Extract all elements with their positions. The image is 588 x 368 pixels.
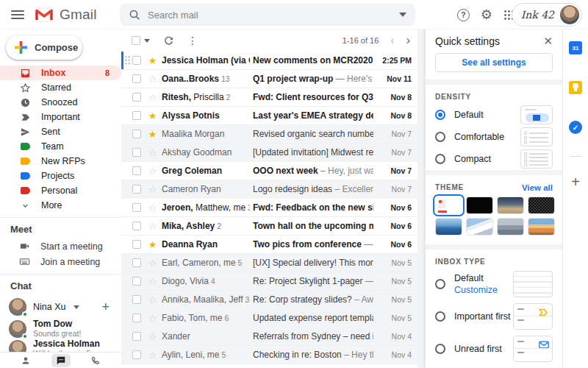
- row-checkbox[interactable]: [132, 277, 141, 286]
- sidebar-item-new-rfps[interactable]: New RFPs: [0, 154, 121, 169]
- close-icon[interactable]: ✕: [543, 35, 553, 46]
- row-star-icon[interactable]: ★: [146, 130, 159, 139]
- row-checkbox[interactable]: [132, 166, 141, 175]
- theme-thumbnail-mountain[interactable]: [466, 218, 493, 236]
- row-star-icon[interactable]: ☆: [146, 166, 159, 176]
- row-checkbox[interactable]: [132, 93, 141, 102]
- row-checkbox[interactable]: [132, 240, 141, 249]
- more-options-icon[interactable]: ⋮: [187, 35, 198, 46]
- row-star-icon[interactable]: ★: [146, 56, 159, 66]
- customize-link[interactable]: Customize: [454, 285, 498, 295]
- inbox-type-option-default[interactable]: DefaultCustomize: [426, 269, 562, 300]
- row-star-icon[interactable]: ☆: [146, 314, 159, 323]
- sidebar-item-snoozed[interactable]: Snoozed: [0, 95, 121, 110]
- get-addons-icon[interactable]: +: [571, 174, 580, 189]
- chevron-down-icon[interactable]: [74, 305, 79, 309]
- sidebar-item-personal[interactable]: Personal: [0, 183, 121, 198]
- email-row[interactable]: ☆Fabio, Tom, me 6Updated expense report …: [121, 309, 417, 328]
- row-checkbox[interactable]: [132, 314, 141, 322]
- row-star-icon[interactable]: ☆: [146, 350, 159, 360]
- keep-icon[interactable]: [569, 81, 582, 94]
- row-star-icon[interactable]: ☆: [146, 222, 159, 231]
- theme-thumbnail-storm-beach[interactable]: [497, 197, 524, 214]
- sidebar-item-more[interactable]: More: [0, 198, 121, 213]
- account-pill[interactable]: Ink 42: [512, 3, 582, 26]
- row-checkbox[interactable]: [132, 148, 141, 157]
- search-bar[interactable]: [120, 4, 415, 26]
- email-row[interactable]: ☆Diogo, Vivia 4Re: Project Skylight 1-pa…: [121, 272, 417, 291]
- meet-item-join-a-meeting[interactable]: Join a meeting: [0, 254, 121, 269]
- email-row[interactable]: ☆Jeroen, Matthew, me 3Fwd: Feedback on t…: [121, 199, 417, 217]
- theme-thumbnail-dark-texture[interactable]: [528, 197, 555, 214]
- row-checkbox[interactable]: [132, 56, 141, 65]
- radio-button[interactable]: [435, 154, 445, 164]
- theme-thumbnail-ocean[interactable]: [435, 218, 462, 236]
- density-option-compact[interactable]: Compact: [426, 148, 562, 170]
- email-row[interactable]: ★Alyssa PotnisLast year's EMEA strategy …: [121, 107, 417, 125]
- row-checkbox[interactable]: [132, 350, 141, 359]
- chat-contact-tom-dow[interactable]: Tom DowSounds great!: [0, 319, 121, 339]
- row-checkbox[interactable]: [132, 332, 141, 341]
- row-checkbox[interactable]: [132, 111, 141, 120]
- row-star-icon[interactable]: ☆: [146, 93, 159, 102]
- inbox-type-option-unread-first[interactable]: Unread first: [426, 333, 562, 364]
- refresh-icon[interactable]: [163, 35, 174, 46]
- compose-button[interactable]: Compose: [6, 35, 82, 60]
- row-star-icon[interactable]: ☆: [146, 203, 159, 213]
- row-star-icon[interactable]: ☆: [146, 185, 159, 194]
- older-page-icon[interactable]: ›: [406, 35, 410, 46]
- sidebar-item-projects[interactable]: Projects: [0, 169, 121, 183]
- select-options-icon[interactable]: [144, 39, 150, 43]
- email-row[interactable]: ★Deanna RyanTwo pics from conference — L…: [121, 236, 417, 254]
- email-row[interactable]: ☆Greg ColemanOOO next week – Hey, just w…: [121, 162, 417, 180]
- radio-button[interactable]: [435, 311, 445, 322]
- row-star-icon[interactable]: ☆: [146, 74, 159, 84]
- theme-thumbnail-light-default[interactable]: [435, 197, 462, 214]
- row-checkbox[interactable]: [132, 295, 141, 304]
- row-star-icon[interactable]: ★: [146, 240, 159, 250]
- theme-thumbnail-misty-hills[interactable]: [497, 218, 524, 236]
- theme-thumbnail-dark[interactable]: [466, 197, 493, 214]
- row-checkbox[interactable]: [132, 222, 141, 230]
- contacts-icon[interactable]: [16, 354, 35, 367]
- sidebar-item-important[interactable]: Important: [0, 110, 121, 124]
- search-options-icon[interactable]: [399, 13, 406, 17]
- radio-button[interactable]: [435, 132, 445, 142]
- chat-icon[interactable]: [51, 354, 71, 367]
- help-icon[interactable]: ?: [457, 9, 470, 21]
- sidebar-item-inbox[interactable]: Inbox8: [0, 66, 121, 80]
- phone-icon[interactable]: [87, 354, 106, 367]
- sidebar-item-starred[interactable]: Starred: [0, 80, 121, 95]
- email-row[interactable]: ☆Aylin, Leni, me 5Checking in re: Boston…: [121, 346, 417, 364]
- email-row[interactable]: ☆Akshay Goodman[Updated invitation] Midw…: [121, 144, 417, 162]
- row-star-icon[interactable]: ☆: [146, 332, 159, 342]
- settings-gear-icon[interactable]: ⚙: [481, 8, 492, 21]
- email-row[interactable]: ★Maalika MorganRevised organic search nu…: [121, 125, 417, 144]
- select-all-checkbox[interactable]: [132, 36, 140, 45]
- search-input[interactable]: [148, 10, 392, 21]
- email-row[interactable]: ☆Ritesh, Priscilla 2Fwd: Client resource…: [121, 88, 417, 107]
- sidebar-item-team[interactable]: Team: [0, 139, 121, 154]
- row-star-icon[interactable]: ★: [146, 111, 159, 121]
- email-row[interactable]: ★Jessica Holman (via Goog...New comments…: [121, 52, 417, 70]
- see-all-settings-button[interactable]: See all settings: [435, 53, 553, 72]
- scrollbar-track[interactable]: [417, 29, 425, 368]
- tasks-icon[interactable]: ✓: [569, 121, 582, 134]
- email-row[interactable]: ☆Oana..Brooks 13Q1 project wrap-up — Her…: [121, 70, 417, 88]
- density-option-comfortable[interactable]: Comfortable: [426, 126, 562, 148]
- inbox-type-option-important-first[interactable]: Important first: [426, 301, 562, 332]
- email-row[interactable]: ☆Cameron RyanLogo redesign ideas – Excel…: [121, 180, 417, 199]
- density-option-default[interactable]: Default: [426, 104, 562, 126]
- radio-button[interactable]: [435, 110, 445, 120]
- main-menu-icon[interactable]: [11, 10, 24, 19]
- email-row[interactable]: ☆Earl, Cameron, me 5[UX] Special deliver…: [121, 254, 417, 272]
- theme-thumbnail-sunset-coast[interactable]: [528, 218, 555, 236]
- row-checkbox[interactable]: [132, 130, 141, 138]
- email-row[interactable]: ☆Annika, Maalika, Jeff 3Re: Corp strateg…: [121, 291, 417, 309]
- email-row[interactable]: ☆XanderReferrals from Sydney – need inpu…: [121, 328, 417, 346]
- newer-page-icon[interactable]: ‹: [390, 35, 394, 46]
- row-star-icon[interactable]: ☆: [146, 148, 159, 158]
- meet-item-start-a-meeting[interactable]: Start a meeting: [0, 238, 121, 254]
- new-chat-button[interactable]: +: [101, 300, 110, 314]
- theme-view-all-link[interactable]: View all: [522, 183, 553, 192]
